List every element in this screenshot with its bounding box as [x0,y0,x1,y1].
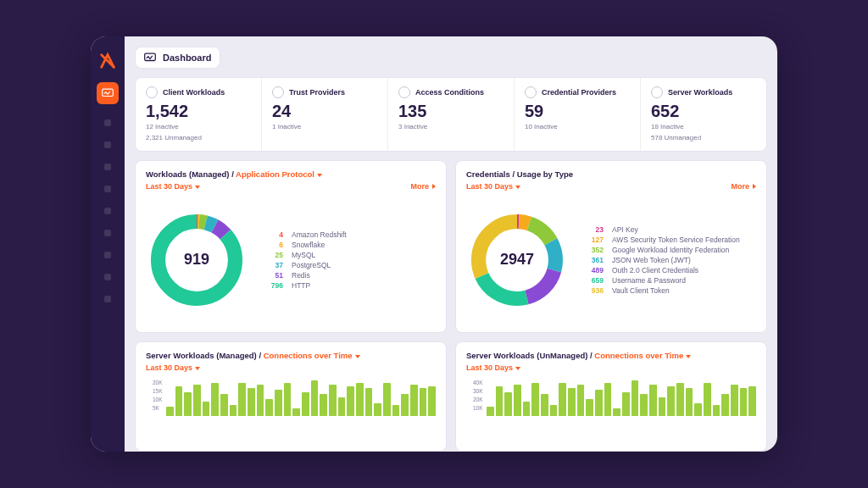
stat-title: Access Conditions [415,88,484,97]
bar [487,407,494,416]
bar [613,408,620,416]
y-tick: 15K [153,388,163,394]
stat-tile[interactable]: Client Workloads 1,542 12 Inactive 2,321… [136,78,262,151]
bar [302,392,309,417]
main-content: Dashboard Client Workloads 1,542 12 Inac… [125,36,777,452]
bar [568,388,576,416]
stat-tile[interactable]: Server Workloads 652 18 Inactive 578 Unm… [641,78,766,151]
card-title: Server Workloads (UnManaged) / Connectio… [466,351,756,360]
stat-title: Client Workloads [163,88,225,97]
sidebar-item-placeholder[interactable] [104,274,111,280]
stat-sub: 1 Inactive [272,122,377,131]
bar [320,394,327,416]
bar [374,403,381,416]
bar [748,386,756,416]
more-link[interactable]: More [410,182,436,191]
legend-row: 127AWS Security Token Service Federation [580,236,740,244]
legend-label: Google Workload Identity Federation [612,246,729,254]
breadcrumb[interactable]: Dashboard [135,47,220,69]
bar [203,402,210,417]
stat-value: 135 [398,102,504,120]
stat-icon [272,86,284,98]
period-selector[interactable]: Last 30 Days [146,182,200,191]
stat-tile[interactable]: Credential Providers 59 10 Inactive [515,78,641,151]
y-tick: 10K [473,405,483,411]
brand-logo-icon [98,52,117,70]
stat-title: Server Workloads [668,88,732,97]
bar [383,383,391,417]
legend-label: API Key [612,225,638,234]
legend-label: Username & Password [612,276,686,285]
card-title: Server Workloads (Managed) / Connections… [146,351,436,360]
stat-value: 59 [525,102,630,120]
legend-value: 936 [580,286,604,295]
stat-title: Credential Providers [542,88,616,97]
sidebar-item-placeholder[interactable] [104,186,111,192]
legend-value: 4 [259,230,283,239]
card-title: Credentials / Usage by Type [466,169,756,179]
legend-value: 6 [259,241,283,249]
more-link[interactable]: More [731,182,756,191]
donut-center-value: 2947 [466,209,568,311]
card-filter[interactable]: Connections over Time [264,351,360,360]
legend: 4Amazon Redshift6Snowflake25MySQL37Postg… [259,230,347,290]
y-tick: 30K [473,388,483,394]
stat-icon [525,86,537,98]
y-tick: 10K [153,396,163,402]
stat-tile[interactable]: Trust Providers 24 1 Inactive [262,78,388,151]
bar [338,397,346,416]
sidebar-item-placeholder[interactable] [104,230,111,236]
stat-title: Trust Providers [289,88,345,97]
bar [193,385,201,416]
sidebar-item-placeholder[interactable] [104,208,111,214]
chevron-down-icon [515,367,520,370]
bar [721,394,729,416]
bar [514,385,521,416]
legend-label: Outh 2.0 Client Credentials [612,266,698,274]
bar [649,385,657,416]
bar [257,385,264,416]
sidebar-item-dashboard[interactable] [97,82,119,104]
cards-grid: Workloads (Managed) / Application Protoc… [135,160,767,452]
card-filter[interactable]: Application Protocol [236,169,322,179]
legend-label: MySQL [292,251,315,259]
bar [166,407,174,416]
sidebar-item-placeholder[interactable] [104,296,111,302]
card-workloads-protocol: Workloads (Managed) / Application Protoc… [135,160,447,333]
legend-label: Amazon Redshift [292,230,347,239]
legend-value: 659 [580,276,604,285]
legend: 23API Key127AWS Security Token Service F… [580,225,740,295]
legend-label: AWS Security Token Service Federation [612,236,740,244]
chevron-right-icon [432,184,436,189]
chevron-down-icon [195,367,200,370]
period-selector[interactable]: Last 30 Days [466,182,520,191]
bar [311,380,319,416]
sidebar-item-placeholder[interactable] [104,141,111,148]
sidebar-item-placeholder[interactable] [104,119,111,126]
stats-row: Client Workloads 1,542 12 Inactive 2,321… [135,77,767,152]
bar [420,388,427,416]
period-selector[interactable]: Last 30 Days [466,363,520,372]
bar [713,405,721,416]
legend-row: 659Username & Password [580,276,740,285]
stat-tile[interactable]: Access Conditions 135 3 Inactive [388,78,515,151]
bar [531,383,539,417]
legend-label: JSON Web Token (JWT) [612,256,691,264]
legend-label: HTTP [292,281,310,290]
bar [401,394,409,416]
legend-row: 796HTTP [259,281,347,290]
legend-value: 37 [259,261,283,269]
sidebar-item-placeholder[interactable] [104,252,111,258]
chevron-down-icon [355,355,360,358]
period-selector[interactable]: Last 30 Days [146,363,200,372]
legend-row: 489Outh 2.0 Client Credentials [580,266,740,274]
stat-value: 24 [272,102,377,120]
bar [523,402,531,417]
bar [496,386,504,416]
y-axis: 40K30K20K10K [473,380,483,411]
bar [410,385,418,416]
legend-row: 6Snowflake [259,241,347,249]
card-filter[interactable]: Connections over Time [594,351,691,360]
legend-label: PostgreSQL [292,261,331,269]
sidebar-item-placeholder[interactable] [104,164,111,170]
